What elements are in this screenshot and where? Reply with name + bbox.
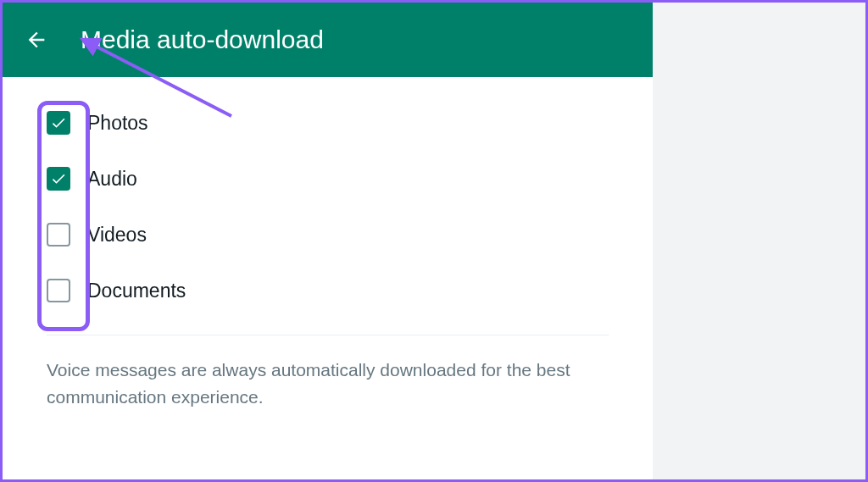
option-documents[interactable]: Documents: [47, 279, 609, 302]
checkbox-photos[interactable]: [47, 111, 70, 135]
app-header: Media auto-download: [3, 3, 653, 77]
option-videos[interactable]: Videos: [47, 223, 609, 247]
back-button[interactable]: [19, 23, 53, 57]
check-icon: [50, 114, 67, 131]
checkbox-videos[interactable]: [47, 223, 70, 247]
outer-annotation-frame: Media auto-download Photos Audio: [0, 0, 868, 482]
app-container: Media auto-download Photos Audio: [3, 3, 653, 479]
option-audio[interactable]: Audio: [47, 167, 609, 191]
divider: [47, 335, 609, 335]
back-arrow-icon: [25, 28, 48, 52]
option-photos[interactable]: Photos: [47, 111, 609, 135]
page-title: Media auto-download: [81, 25, 324, 54]
option-label-videos: Videos: [87, 224, 147, 247]
checkbox-audio[interactable]: [47, 167, 70, 191]
content-area: Photos Audio Videos Documents Voice me: [3, 77, 653, 427]
option-label-audio: Audio: [87, 168, 137, 191]
option-label-documents: Documents: [87, 280, 186, 302]
checkbox-documents[interactable]: [47, 279, 70, 302]
option-label-photos: Photos: [87, 112, 148, 135]
check-icon: [50, 170, 67, 187]
footer-info-text: Voice messages are always automatically …: [47, 357, 609, 410]
